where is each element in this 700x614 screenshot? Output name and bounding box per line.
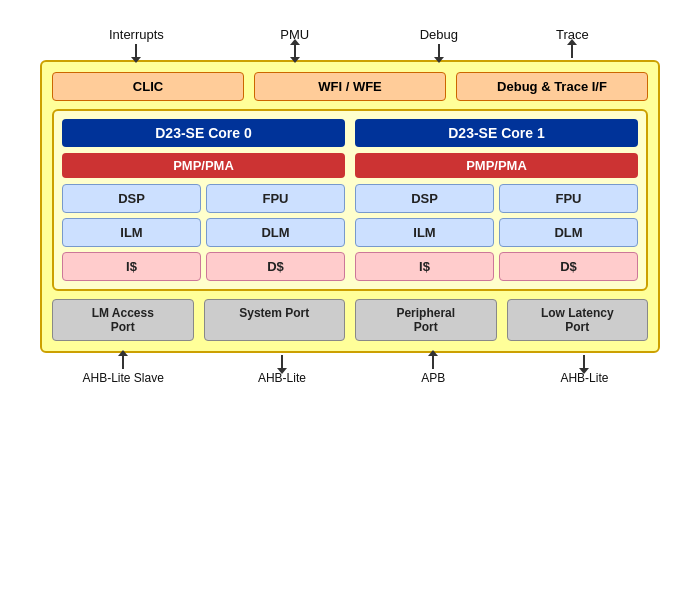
trace-arrow — [571, 44, 573, 58]
debug-trace-box: Debug & Trace I/F — [456, 72, 648, 101]
system-port: System Port — [204, 299, 346, 341]
ahb-slave-text: AHB-Lite Slave — [82, 371, 163, 385]
pmu-label: PMU — [223, 27, 367, 58]
top-boxes-row: CLIC WFI / WFE Debug & Trace I/F — [52, 72, 648, 101]
ahb-slave-arrow — [122, 355, 124, 369]
debug-text: Debug — [420, 27, 458, 42]
ahb-lite2-label: AHB-Lite — [509, 355, 660, 401]
core1-pmp: PMP/PMA — [355, 153, 638, 178]
debug-arrow — [438, 44, 440, 58]
core0-dlm: DLM — [206, 218, 345, 247]
core1-ilm: ILM — [355, 218, 494, 247]
pmu-arrow — [294, 44, 296, 58]
core0-dcache: D$ — [206, 252, 345, 281]
lm-access-port: LM AccessPort — [52, 299, 194, 341]
apb-label: APB — [358, 355, 509, 401]
core1-dsp: DSP — [355, 184, 494, 213]
diagram-wrapper: Interrupts PMU Debug Trace CLIC WFI / WF… — [10, 12, 690, 602]
interrupts-arrow — [135, 44, 137, 58]
interrupts-label: Interrupts — [50, 27, 223, 58]
top-labels-row: Interrupts PMU Debug Trace — [40, 12, 660, 60]
core0-modules: DSP FPU ILM DLM I$ D$ — [62, 184, 345, 281]
wfi-box: WFI / WFE — [254, 72, 446, 101]
core1-modules: DSP FPU ILM DLM I$ D$ — [355, 184, 638, 281]
main-box: CLIC WFI / WFE Debug & Trace I/F D23-SE … — [40, 60, 660, 353]
low-latency-port: Low LatencyPort — [507, 299, 649, 341]
ahb-lite-arrow — [281, 355, 283, 369]
core1-dlm: DLM — [499, 218, 638, 247]
ports-row: LM AccessPort System Port PeripheralPort… — [52, 299, 648, 341]
ahb-lite2-arrow — [583, 355, 585, 369]
core0-column: D23-SE Core 0 PMP/PMA DSP FPU ILM DLM I$… — [62, 119, 345, 281]
ahb-lite-label: AHB-Lite — [206, 355, 357, 401]
trace-label: Trace — [515, 27, 630, 58]
inner-box: D23-SE Core 0 PMP/PMA DSP FPU ILM DLM I$… — [52, 109, 648, 291]
core1-icache: I$ — [355, 252, 494, 281]
bottom-labels-row: AHB-Lite Slave AHB-Lite APB AHB-Lite — [40, 353, 660, 401]
ahb-slave-label: AHB-Lite Slave — [40, 355, 206, 401]
apb-text: APB — [421, 371, 445, 385]
core0-dsp: DSP — [62, 184, 201, 213]
core0-header: D23-SE Core 0 — [62, 119, 345, 147]
core0-icache: I$ — [62, 252, 201, 281]
core1-dcache: D$ — [499, 252, 638, 281]
core0-fpu: FPU — [206, 184, 345, 213]
core1-fpu: FPU — [499, 184, 638, 213]
apb-arrow — [432, 355, 434, 369]
core1-column: D23-SE Core 1 PMP/PMA DSP FPU ILM DLM I$… — [355, 119, 638, 281]
clic-box: CLIC — [52, 72, 244, 101]
core1-header: D23-SE Core 1 — [355, 119, 638, 147]
core0-ilm: ILM — [62, 218, 201, 247]
interrupts-text: Interrupts — [109, 27, 164, 42]
peripheral-port: PeripheralPort — [355, 299, 497, 341]
debug-label: Debug — [367, 27, 511, 58]
core0-pmp: PMP/PMA — [62, 153, 345, 178]
